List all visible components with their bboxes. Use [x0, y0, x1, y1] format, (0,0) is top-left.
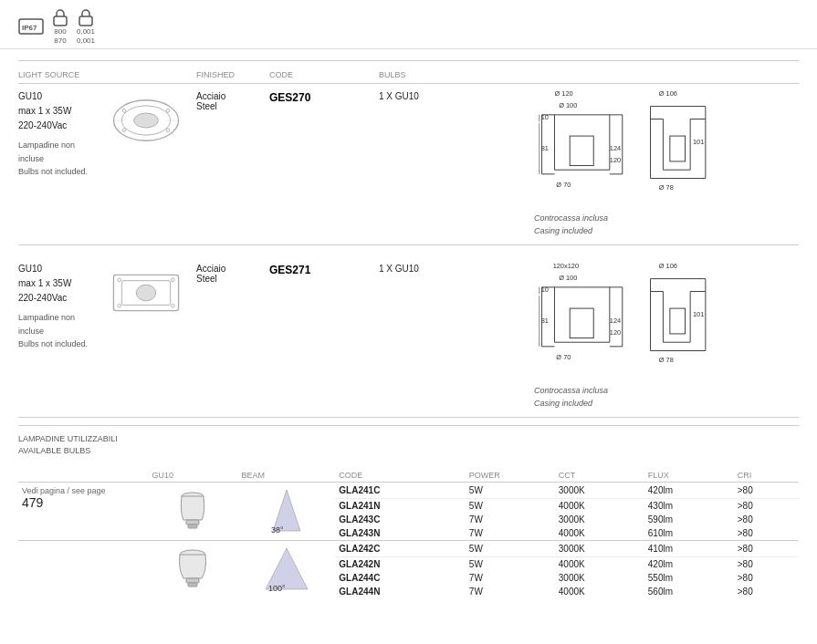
svg-rect-2	[54, 16, 67, 26]
product2-diagram-right: Ø 106	[644, 262, 717, 382]
lock-icon-1: 800 870	[51, 7, 69, 45]
svg-text:Ø 100: Ø 100	[559, 102, 577, 110]
bulbs-title: LAMPADINE UTILIZZABILI AVAILABLE BULBS	[18, 433, 118, 456]
top-bar: IP67 800 870 0,001 0,001	[0, 0, 817, 49]
bulb-power-1d: 7W	[466, 526, 555, 541]
lock-icon-2: 0,001 0,001	[77, 7, 95, 45]
svg-rect-88	[186, 578, 199, 583]
svg-text:Ø 78: Ø 78	[659, 183, 674, 192]
svg-text:124: 124	[610, 144, 621, 152]
svg-text:IP67: IP67	[22, 24, 37, 32]
product-section-1: LIGHT SOURCE FINISHED CODE BULBS GU10 ma…	[18, 60, 799, 245]
svg-text:Ø 70: Ø 70	[556, 353, 571, 361]
bulb-flux-1a: 420lm	[644, 483, 734, 499]
svg-point-47	[118, 278, 121, 282]
svg-point-49	[118, 305, 121, 308]
bulb-cri-1d: >80	[734, 526, 799, 541]
svg-rect-41	[670, 136, 686, 161]
bulb-power-1b: 5W	[466, 499, 555, 514]
product-section-2: GU10 max 1 x 35W 220-240Vac Lampadine no…	[18, 253, 799, 418]
bulb-power-2d: 7W	[466, 585, 555, 598]
product2-casing-en: Casing included	[534, 399, 592, 408]
bulb-group-1: Vedi pagina / see page 479	[18, 483, 799, 499]
bulb-cct-2b: 4000K	[555, 557, 644, 572]
bulb-code-2d: GLA244N	[335, 585, 466, 598]
svg-point-48	[172, 278, 175, 282]
bulb-power-2c: 7W	[466, 571, 555, 585]
product2-bulbs: 1 X GU10	[379, 262, 525, 274]
svg-text:Ø 106: Ø 106	[659, 90, 677, 99]
product1-row: GU10 max 1 x 35W 220-240Vac Lampadine no…	[18, 89, 799, 235]
svg-point-46	[136, 285, 155, 301]
svg-point-10	[166, 109, 170, 113]
svg-text:Ø 120: Ø 120	[555, 90, 573, 99]
bulb-power-2b: 5W	[466, 557, 555, 572]
col-see-page	[18, 469, 149, 483]
svg-rect-23	[570, 136, 593, 166]
ip67-icon: IP67	[18, 18, 44, 35]
bulb-cri-2c: >80	[734, 571, 799, 585]
svg-text:81: 81	[541, 317, 549, 325]
svg-text:120: 120	[610, 156, 621, 164]
product1-bulbs: 1 X GU10	[379, 89, 525, 101]
product2-code: GES271	[269, 262, 379, 276]
bulb-cri-2a: >80	[734, 541, 799, 557]
bulb-cct-1b: 4000K	[555, 499, 644, 514]
col-cri: CRI	[734, 469, 799, 483]
bulb-code-1d: GLA243N	[335, 526, 466, 541]
bulb-code-1b: GLA241N	[335, 499, 466, 514]
col-header-bulbs: BULBS	[379, 70, 525, 79]
bulb-flux-2d: 560lm	[644, 585, 734, 598]
bulb-code-2b: GLA242N	[335, 557, 466, 572]
col-power: POWER	[466, 469, 555, 483]
product2-row: GU10 max 1 x 35W 220-240Vac Lampadine no…	[18, 262, 799, 408]
product1-finished: Acciaio Steel	[196, 89, 269, 111]
bulbs-table-header: GU10 BEAM CODE POWER CCT FLUX CRI	[18, 469, 799, 483]
col-gu10: GU10	[149, 469, 238, 483]
svg-rect-84	[188, 525, 197, 528]
svg-text:120x120: 120x120	[553, 263, 579, 271]
col-header-finished: FINISHED	[196, 70, 269, 79]
svg-rect-83	[186, 520, 199, 525]
product2-light-source: GU10 max 1 x 35W 220-240Vac Lampadine no…	[18, 262, 96, 350]
bulb-cct-1c: 3000K	[555, 513, 644, 526]
svg-rect-89	[188, 583, 197, 587]
bulb-group-2: 100° GLA242C 5W 3000K 410lm >80	[18, 541, 799, 557]
bulb-cct-1a: 3000K	[555, 483, 644, 499]
product1-image	[96, 89, 196, 151]
bulb-flux-2b: 420lm	[644, 557, 734, 572]
product2-diagrams: 120x120 Ø 100	[525, 262, 799, 408]
product2-image	[96, 262, 196, 324]
product1-code: GES270	[269, 89, 379, 104]
product1-diagram-right: Ø 106	[644, 89, 717, 210]
bulb-flux-1c: 590lm	[644, 513, 734, 526]
svg-text:10: 10	[541, 114, 549, 122]
main-content: LIGHT SOURCE FINISHED CODE BULBS GU10 ma…	[0, 49, 817, 608]
bulbs-section: LAMPADINE UTILIZZABILI AVAILABLE BULBS G…	[18, 425, 799, 598]
svg-text:38°: 38°	[271, 525, 284, 535]
svg-rect-3	[79, 16, 92, 26]
svg-rect-61	[570, 308, 593, 338]
svg-text:Ø 70: Ø 70	[556, 181, 571, 189]
bulb-cct-2a: 3000K	[555, 541, 644, 557]
bulb-cri-2b: >80	[734, 557, 799, 572]
product1-casing-it: Controcassa inclusa	[534, 213, 608, 223]
product1-diagram-left: Ø 120 Ø 100	[534, 89, 634, 210]
bulb-flux-1b: 430lm	[644, 499, 734, 514]
bulb-cri-1b: >80	[734, 499, 799, 514]
svg-rect-79	[670, 308, 686, 334]
product1-light-source: GU10 max 1 x 35W 220-240Vac Lampadine no…	[18, 89, 96, 178]
col-header-light-source: LIGHT SOURCE	[18, 70, 96, 79]
svg-text:120: 120	[610, 328, 621, 337]
bulb-cri-1c: >80	[734, 513, 799, 526]
svg-point-9	[122, 109, 126, 113]
bulb-flux-1d: 610lm	[644, 526, 734, 541]
bulb-code-2a: GLA242C	[335, 541, 466, 557]
svg-text:100°: 100°	[268, 584, 286, 593]
beam-angle-1: 38°	[237, 483, 335, 541]
svg-point-6	[134, 113, 159, 128]
bulb-spacer-2	[18, 541, 149, 599]
bulb-flux-2a: 410lm	[644, 541, 734, 557]
svg-text:101: 101	[693, 139, 704, 147]
svg-text:Ø 78: Ø 78	[659, 356, 674, 364]
